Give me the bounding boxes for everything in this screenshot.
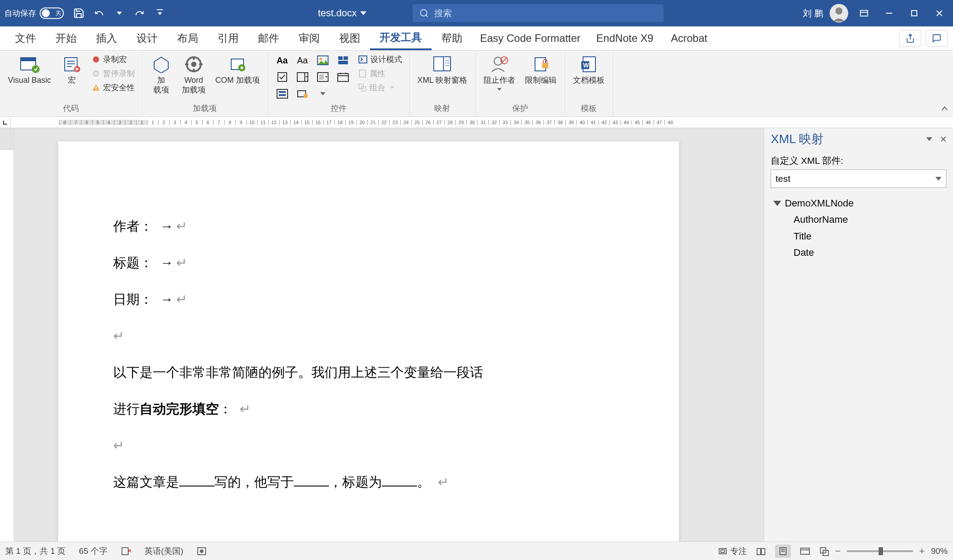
tab-layout[interactable]: 布局	[167, 26, 208, 50]
read-mode-icon[interactable]	[753, 545, 769, 558]
focus-mode-button[interactable]: 专注	[718, 545, 747, 557]
vertical-ruler[interactable]	[0, 128, 14, 542]
tab-design[interactable]: 设计	[127, 26, 167, 50]
doc-empty-line-2[interactable]: ↵	[113, 435, 624, 455]
tab-file[interactable]: 文件	[5, 26, 46, 50]
save-icon[interactable]	[73, 7, 85, 19]
doc-para1[interactable]: 以下是一个非常非常简陋的例子。我们用上述三个变量给一段话	[113, 362, 624, 382]
tab-developer[interactable]: 开发工具	[370, 26, 432, 50]
autosave-toggle[interactable]: 自动保存 关	[4, 7, 64, 19]
tab-arrow-icon: →	[160, 216, 173, 236]
tab-references[interactable]: 引用	[208, 26, 248, 50]
legacy-tools-icon[interactable]	[294, 87, 311, 101]
language-status[interactable]: 英语(美国)	[144, 545, 184, 557]
svg-rect-54	[279, 91, 286, 93]
collapse-ribbon-icon[interactable]	[941, 105, 949, 113]
doc-line-date[interactable]: 日期： → ↵	[113, 289, 624, 309]
svg-rect-85	[801, 548, 809, 554]
panel-close-icon[interactable]	[940, 136, 946, 142]
doc-para3[interactable]: 这篇文章是写的，他写于，标题为。 ↵	[113, 472, 624, 492]
doc-para2[interactable]: 进行自动完形填空： ↵	[113, 399, 624, 419]
close-icon[interactable]	[930, 4, 949, 22]
user-name[interactable]: 刘 鹏	[803, 7, 823, 19]
svg-rect-77	[122, 548, 128, 555]
tab-selector[interactable]	[0, 117, 11, 128]
print-layout-icon[interactable]	[775, 545, 791, 558]
addins-button[interactable]: 加 载项	[148, 53, 175, 96]
toggle-switch[interactable]: 关	[40, 7, 64, 19]
word-addins-button[interactable]: Word 加载项	[179, 53, 208, 96]
picture-control-icon[interactable]	[314, 53, 332, 67]
xml-tree-child-authorname[interactable]: AuthorName	[771, 211, 946, 228]
minimize-icon[interactable]	[880, 4, 898, 22]
document-title[interactable]: test.docx	[318, 7, 366, 19]
tab-endnote[interactable]: EndNote X9	[588, 26, 661, 50]
macro-security-button[interactable]: 宏安全性	[90, 81, 137, 94]
xml-tree-root[interactable]: DemoXMLNode	[771, 195, 946, 211]
macros-button[interactable]: 宏	[58, 53, 85, 86]
design-mode-button[interactable]: 设计模式	[356, 53, 404, 66]
search-input[interactable]: 搜索	[413, 4, 664, 22]
zoom-out-button[interactable]: −	[835, 545, 841, 557]
tab-review[interactable]: 审阅	[289, 26, 329, 50]
tab-mailings[interactable]: 邮件	[248, 26, 289, 50]
doc-line-title[interactable]: 标题： → ↵	[113, 253, 624, 273]
date-picker-control-icon[interactable]	[334, 70, 352, 84]
comments-button[interactable]	[926, 30, 948, 47]
tab-help[interactable]: 帮助	[432, 26, 472, 50]
xml-mapping-pane-button[interactable]: XML 映射窗格	[415, 53, 470, 86]
word-count-status[interactable]: 65 个字	[79, 545, 107, 557]
tab-acrobat[interactable]: Acrobat	[661, 26, 717, 50]
zoom-options-icon[interactable]	[819, 546, 829, 556]
page-number-status[interactable]: 第 1 页，共 1 页	[5, 545, 66, 557]
repeating-section-control-icon[interactable]	[273, 87, 291, 101]
tab-insert[interactable]: 插入	[86, 26, 127, 50]
spelling-status-icon[interactable]	[121, 546, 131, 556]
doc-empty-line[interactable]: ↵	[113, 326, 624, 346]
checkbox-control-icon[interactable]	[273, 70, 291, 84]
building-block-control-icon[interactable]	[334, 53, 352, 67]
document-template-button[interactable]: W文档模板	[570, 53, 607, 86]
zoom-level[interactable]: 90%	[931, 546, 948, 556]
xml-tree-child-title[interactable]: Title	[771, 228, 946, 244]
search-icon	[419, 8, 429, 18]
document-viewport[interactable]: 作者： → ↵ 标题： → ↵ 日期： → ↵ ↵ 以下是一个非常非常简陋的例子…	[14, 128, 764, 542]
restrict-editing-button[interactable]: 限制编辑	[522, 53, 559, 86]
horizontal-ruler[interactable]: 8765432112345678910111213141516171819202…	[0, 117, 953, 128]
plain-text-control-icon[interactable]: Aa	[294, 53, 311, 67]
zoom-in-button[interactable]: +	[919, 545, 925, 557]
group-icon	[358, 83, 367, 92]
block-authors-button[interactable]: 阻止作者	[481, 53, 518, 92]
panel-dropdown-icon[interactable]	[926, 136, 932, 142]
web-layout-icon[interactable]	[797, 545, 813, 558]
svg-rect-55	[279, 94, 286, 96]
share-button[interactable]	[899, 30, 921, 47]
qat-customize-icon[interactable]	[154, 7, 166, 19]
dropdown-control-icon[interactable]	[314, 70, 332, 84]
record-macro-button[interactable]: 录制宏	[90, 53, 137, 66]
tab-easy-code-formatter[interactable]: Easy Code Formatter	[472, 26, 588, 50]
tab-home[interactable]: 开始	[46, 26, 86, 50]
legacy-tools-dropdown-icon[interactable]	[314, 87, 332, 101]
doc-line-author[interactable]: 作者： → ↵	[113, 216, 624, 236]
properties-icon	[358, 69, 367, 78]
tab-view[interactable]: 视图	[329, 26, 370, 50]
visual-basic-button[interactable]: Visual Basic	[5, 53, 54, 86]
custom-xml-select[interactable]: test	[771, 169, 946, 188]
combobox-control-icon[interactable]	[294, 70, 311, 84]
macro-status-icon[interactable]	[196, 546, 207, 556]
chevron-down-icon[interactable]	[113, 7, 126, 19]
document-page[interactable]: 作者： → ↵ 标题： → ↵ 日期： → ↵ ↵ 以下是一个非常非常简陋的例子…	[58, 141, 679, 542]
xml-panel-header: XML 映射	[764, 128, 953, 150]
main-area: 作者： → ↵ 标题： → ↵ 日期： → ↵ ↵ 以下是一个非常非常简陋的例子…	[0, 128, 953, 542]
zoom-slider[interactable]	[847, 550, 913, 552]
avatar[interactable]	[830, 4, 848, 22]
rich-text-control-icon[interactable]: Aa	[273, 53, 291, 67]
ribbon-display-icon[interactable]	[855, 4, 873, 22]
undo-icon[interactable]	[93, 7, 105, 19]
maximize-icon[interactable]	[905, 4, 923, 22]
com-addins-button[interactable]: COM 加载项	[213, 53, 262, 86]
redo-icon[interactable]	[133, 7, 146, 19]
ribbon-tabs: 文件 开始 插入 设计 布局 引用 邮件 审阅 视图 开发工具 帮助 Easy …	[0, 26, 953, 51]
xml-tree-child-date[interactable]: Date	[771, 244, 946, 261]
